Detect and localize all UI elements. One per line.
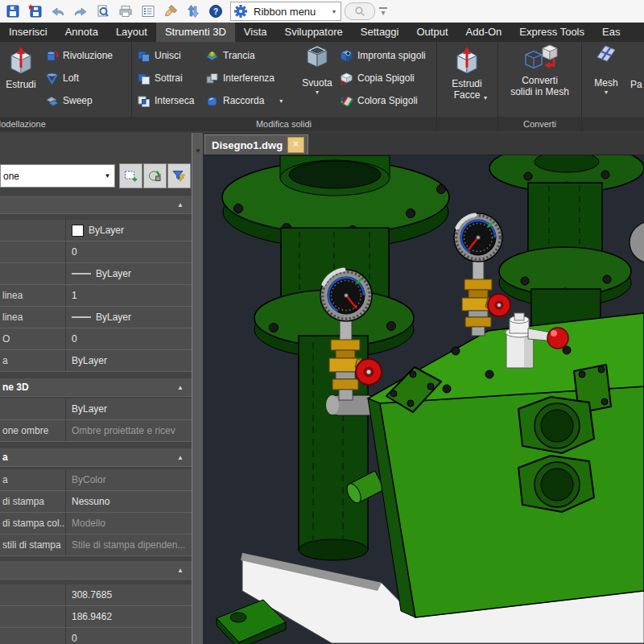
interferenza-button[interactable]: Interferenza: [205, 68, 275, 89]
redo-icon[interactable]: [71, 2, 90, 20]
ribbon: Estrudi Rivoluzione Loft Sweep Modellazi…: [0, 42, 644, 134]
union-icon: [137, 49, 151, 63]
save-icon[interactable]: [3, 2, 23, 20]
sottrai-button[interactable]: Sottrai: [137, 68, 183, 89]
sweep-button[interactable]: Sweep: [45, 90, 93, 111]
tab-output[interactable]: Output: [407, 23, 456, 42]
prop-row-plottable[interactable]: di stampa col... Modello: [0, 513, 192, 535]
ribbon-group-modifica-solidi: Unisci Sottrai Interseca Trancia Interfe…: [131, 42, 437, 131]
tab-add-on[interactable]: Add-On: [457, 23, 511, 42]
group-label-modifica-solidi: Modifica solidi: [131, 117, 436, 131]
prop-row-plotstyle[interactable]: di stampa Nessuno: [0, 491, 192, 513]
section-header-view[interactable]: ▲: [0, 561, 192, 580]
sweep-icon: [45, 94, 59, 108]
prop-row-shadows[interactable]: one ombre Ombre proiettate e ricev: [0, 420, 192, 442]
selection-combo[interactable]: one ▼: [0, 164, 115, 188]
raccorda-button[interactable]: Raccorda ▾: [205, 90, 283, 111]
prop-row-layer[interactable]: 0: [0, 242, 192, 263]
converti-solidi-mesh-button[interactable]: Converti solidi in Mesh: [502, 43, 578, 97]
print-preview-icon[interactable]: [93, 2, 113, 20]
tab-sviluppatore[interactable]: Sviluppatore: [275, 23, 351, 42]
group-label-blank: [437, 117, 497, 131]
estrudi-button[interactable]: Estrudi: [0, 43, 42, 90]
help-icon[interactable]: ?: [206, 2, 225, 20]
convert-to-mesh-icon: [522, 43, 559, 74]
toolbar-overflow-icon[interactable]: ▾: [379, 7, 387, 16]
quick-select-icon: [123, 168, 138, 184]
revolve-icon: [45, 49, 59, 63]
dropdown-arrow-icon[interactable]: ▾: [484, 94, 487, 101]
tab-settaggi[interactable]: Settaggi: [352, 23, 408, 42]
copy-edges-icon: [340, 72, 353, 85]
extrude-icon: [7, 43, 35, 76]
properties-list-icon[interactable]: [138, 2, 158, 20]
gear-icon: [231, 2, 250, 20]
document-tab[interactable]: Disegno1.dwg ×: [204, 134, 308, 155]
drawing-area: Disegno1.dwg ×: [203, 133, 644, 644]
prop-row-transparency[interactable]: a ByLayer: [0, 350, 192, 372]
impronta-spigoli-button[interactable]: Impronta spigoli: [340, 45, 426, 66]
print-icon[interactable]: [116, 2, 135, 20]
workspace-combo[interactable]: Ribbon menu ▾: [230, 2, 341, 21]
close-icon[interactable]: ×: [287, 137, 304, 153]
sync-arrows-icon[interactable]: [184, 2, 203, 20]
color-swatch: [72, 225, 84, 237]
model-viewport[interactable]: [203, 155, 644, 644]
copia-spigoli-button[interactable]: Copia Spigoli: [340, 68, 415, 89]
prop-row-thickness[interactable]: O 0: [0, 328, 192, 350]
palette-gutter[interactable]: ▼: [192, 133, 204, 644]
prop-row-center-y[interactable]: 186.9462: [0, 606, 192, 628]
tab-express-tools[interactable]: Express Tools: [510, 23, 593, 42]
prop-row-center-z[interactable]: 0: [0, 628, 192, 644]
ribbon-group-estrudi-facce: Estrudi Facce ▾: [437, 42, 498, 131]
svuota-button[interactable]: Svuota ▾: [294, 43, 341, 96]
prop-row-plotstyletable[interactable]: stili di stampa Stile di stampa dipenden…: [0, 535, 192, 556]
tab-layout[interactable]: Layout: [107, 23, 156, 42]
mesh-button[interactable]: Mesh ▾: [587, 43, 625, 96]
tab-easy[interactable]: Eas: [593, 23, 629, 42]
prop-row-ltscale[interactable]: linea 1: [0, 285, 192, 307]
mesh-icon: [594, 43, 618, 68]
save-as-icon[interactable]: [26, 2, 45, 20]
trancia-button[interactable]: Trancia: [205, 45, 255, 66]
workspace-combo-label: Ribbon menu: [250, 6, 328, 18]
tab-strumenti-3d[interactable]: Strumenti 3D: [156, 23, 235, 42]
ribbon-tab-bar: Inserisci Annota Layout Strumenti 3D Vis…: [0, 23, 644, 42]
prop-row-color[interactable]: ByLayer: [0, 220, 192, 242]
colora-spigoli-button[interactable]: Colora Spigoli: [340, 90, 418, 111]
partial-button-label[interactable]: Pa: [630, 79, 642, 90]
estrudi-facce-button[interactable]: Estrudi Facce: [446, 43, 488, 101]
chevron-down-icon: ▾: [328, 8, 341, 15]
unisci-button[interactable]: Unisci: [137, 45, 181, 66]
selection-combo-value: one: [1, 171, 101, 182]
tab-inserisci[interactable]: Inserisci: [0, 23, 56, 42]
rivoluzione-button[interactable]: Rivoluzione: [45, 45, 113, 66]
prop-row-lineweight[interactable]: linea ByLayer: [0, 307, 192, 328]
select-objects-button[interactable]: [143, 163, 167, 188]
undo-icon[interactable]: [48, 2, 68, 20]
tab-vista[interactable]: Vista: [235, 23, 276, 42]
quick-select-button[interactable]: [119, 163, 142, 188]
dropdown-arrow-icon: ▾: [279, 97, 283, 105]
section-header-plot[interactable]: a▲: [0, 448, 192, 467]
lineweight-glyph: [72, 316, 91, 318]
chevron-down-icon: ▼: [101, 172, 114, 180]
prop-row-material[interactable]: ByLayer: [0, 398, 192, 420]
section-header-3d[interactable]: ne 3D▲: [0, 378, 192, 397]
3d-model-canvas[interactable]: [203, 155, 644, 644]
ribbon-group-mesh: Mesh ▾ Pa: [582, 42, 644, 131]
interseca-button[interactable]: Interseca: [137, 90, 194, 111]
tab-annota[interactable]: Annota: [56, 23, 107, 42]
cad-application-window: ? Ribbon menu ▾ ▾ Inserisci Annota Layou…: [0, 0, 644, 644]
search-button[interactable]: [345, 2, 375, 20]
prop-row-linetype[interactable]: ByLayer: [0, 263, 192, 285]
collapse-icon: ▲: [177, 196, 184, 214]
shell-icon: [305, 43, 329, 69]
loft-button[interactable]: Loft: [45, 68, 79, 89]
prop-row-plotstylecolor[interactable]: a ByColor: [0, 469, 192, 491]
prop-row-center-x[interactable]: 308.7685: [0, 584, 192, 606]
section-header-general[interactable]: ▲: [0, 196, 192, 214]
filter-button[interactable]: [167, 163, 191, 188]
brush-icon[interactable]: [161, 2, 180, 20]
loft-icon: [45, 72, 59, 85]
